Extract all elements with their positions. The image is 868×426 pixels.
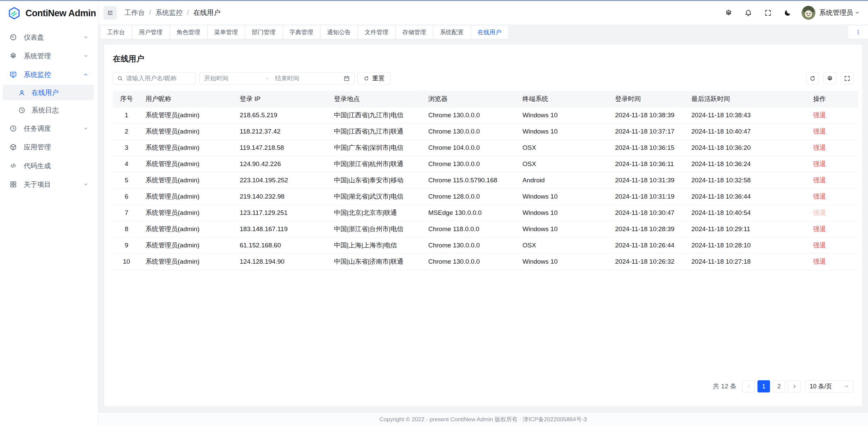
sidebar-collapse-button[interactable] (103, 6, 117, 20)
table-cell: 中国|山东省|泰安市|移动 (329, 172, 423, 188)
column-header: 登录 IP (234, 91, 329, 107)
dark-mode-button[interactable] (784, 9, 791, 17)
tab-workbench[interactable]: 工作台 (101, 26, 132, 39)
sidebar-item-system-management[interactable]: 系统管理 (0, 47, 98, 64)
table-cell: 系统管理员(admin) (140, 205, 234, 221)
date-range-picker[interactable]: 开始时间 - 结束时间 (199, 72, 355, 84)
column-settings-button[interactable] (824, 72, 836, 84)
table-cell: 系统管理员(admin) (140, 237, 234, 253)
sidebar-item-task-scheduler[interactable]: 任务调度 (0, 120, 98, 137)
sidebar-item-label: 关于项目 (24, 180, 83, 189)
force-logout-link[interactable]: 强退 (813, 193, 826, 200)
gear-icon (9, 52, 17, 60)
table-cell-actions: 强退 (781, 156, 858, 172)
sidebar-item-label: 应用管理 (24, 143, 88, 152)
table-cell: 2024-11-18 10:36:20 (686, 140, 781, 156)
sidebar-item-about-project[interactable]: 关于项目 (0, 176, 98, 193)
sidebar-item-system-monitor[interactable]: 系统监控 (0, 66, 98, 83)
sidebar: ContiNew Admin 仪表盘系统管理系统监控在线用户系统日志任务调度应用… (0, 1, 98, 426)
user-icon (18, 89, 25, 96)
reset-button[interactable]: 重置 (357, 72, 391, 84)
range-separator: - (266, 75, 275, 82)
force-logout-link[interactable]: 强退 (813, 209, 826, 216)
table-cell: 183.148.167.119 (234, 221, 329, 237)
table-cell: 2024-11-18 10:37:17 (610, 123, 686, 140)
sidebar-subitem-online-users[interactable]: 在线用户 (3, 85, 94, 100)
breadcrumb-separator: / (187, 9, 189, 17)
avatar (802, 6, 815, 20)
chevron-down-icon (83, 126, 88, 131)
sidebar-item-code-generation[interactable]: 代码生成 (0, 157, 98, 174)
sidebar-item-label: 系统监控 (24, 70, 83, 79)
tab-role-management[interactable]: 角色管理 (170, 26, 207, 39)
column-header: 操作 (781, 91, 858, 107)
table-cell: 中国|山东省|济南市|联通 (329, 253, 423, 270)
next-page-button[interactable] (788, 380, 801, 392)
toolbar: 开始时间 - 结束时间 重置 (113, 72, 853, 84)
table-cell: OSX (517, 140, 610, 156)
brand-logo-icon (7, 6, 21, 20)
tab-system-config[interactable]: 系统配置 (434, 26, 470, 39)
tab-notice[interactable]: 通知公告 (321, 26, 357, 39)
prev-page-button[interactable] (742, 380, 755, 392)
tab-file-management[interactable]: 文件管理 (358, 26, 395, 39)
sidebar-menu: 仪表盘系统管理系统监控在线用户系统日志任务调度应用管理代码生成关于项目 (0, 25, 98, 193)
search-input[interactable] (126, 75, 192, 82)
breadcrumb-item[interactable]: 系统监控 (156, 8, 183, 17)
refresh-table-button[interactable] (806, 72, 819, 84)
force-logout-link[interactable]: 强退 (813, 160, 826, 167)
gear-icon (725, 9, 732, 17)
table-cell: 3 (113, 140, 140, 156)
page-button-2[interactable]: 2 (773, 380, 785, 392)
tab-dept-management[interactable]: 部门管理 (245, 26, 282, 39)
force-logout-link[interactable]: 强退 (813, 258, 826, 265)
table-cell: 2024-11-18 10:40:54 (686, 205, 781, 221)
fullscreen-button[interactable] (764, 9, 772, 17)
top-navbar: 工作台/系统监控/在线用户 (98, 1, 868, 24)
force-logout-link[interactable]: 强退 (813, 177, 826, 184)
bell-icon (745, 9, 752, 17)
table-cell: 2024-11-18 10:27:18 (686, 253, 781, 270)
column-header: 最后活跃时间 (686, 91, 781, 107)
code-icon (9, 162, 17, 169)
table-row: 9系统管理员(admin)61.152.168.60中国|上海|上海市|电信Ch… (113, 237, 858, 253)
search-box (113, 72, 196, 84)
sidebar-item-dashboard[interactable]: 仪表盘 (0, 29, 98, 46)
fullscreen-icon (764, 9, 772, 17)
sidebar-item-app-management[interactable]: 应用管理 (0, 139, 98, 156)
force-logout-link[interactable]: 强退 (813, 225, 826, 232)
table-cell: 2024-11-18 10:28:10 (686, 237, 781, 253)
table-cell-actions: 强退 (781, 107, 858, 123)
page-button-1[interactable]: 1 (757, 380, 770, 392)
user-menu[interactable]: 系统管理员 (802, 6, 860, 20)
table-cell: 219.140.232.98 (234, 188, 329, 205)
settings-button[interactable] (725, 9, 732, 17)
tab-storage-management[interactable]: 存储管理 (396, 26, 433, 39)
brand[interactable]: ContiNew Admin (0, 1, 98, 25)
monitor-icon (9, 71, 17, 78)
tab-user-management[interactable]: 用户管理 (133, 26, 169, 39)
breadcrumb-item[interactable]: 工作台 (124, 8, 145, 17)
table-cell: Chrome 130.0.0.0 (423, 253, 517, 270)
table-fullscreen-button[interactable] (841, 72, 853, 84)
page-size-select[interactable]: 10 条/页 (805, 380, 853, 392)
force-logout-link[interactable]: 强退 (813, 144, 826, 151)
tab-online-users[interactable]: 在线用户 (471, 26, 508, 39)
table-row: 10系统管理员(admin)124.128.194.90中国|山东省|济南市|联… (113, 253, 858, 270)
tab-menu-management[interactable]: 菜单管理 (208, 26, 244, 39)
moon-icon (784, 9, 791, 17)
tab-more-button[interactable] (848, 26, 868, 39)
end-date-field: 结束时间 (275, 74, 343, 82)
table-cell: 2024-11-18 10:26:44 (610, 237, 686, 253)
refresh-icon (363, 76, 369, 81)
table-cell: 119.147.218.58 (234, 140, 329, 156)
force-logout-link[interactable]: 强退 (813, 111, 826, 119)
notifications-button[interactable] (745, 9, 752, 17)
force-logout-link[interactable]: 强退 (813, 242, 826, 249)
sidebar-subitem-system-logs[interactable]: 系统日志 (3, 102, 94, 118)
app-window: ContiNew Admin 仪表盘系统管理系统监控在线用户系统日志任务调度应用… (0, 1, 868, 426)
table-cell: Windows 10 (517, 253, 610, 270)
force-logout-link[interactable]: 强退 (813, 128, 826, 135)
tab-dict-management[interactable]: 字典管理 (283, 26, 320, 39)
table-cell: Windows 10 (517, 188, 610, 205)
